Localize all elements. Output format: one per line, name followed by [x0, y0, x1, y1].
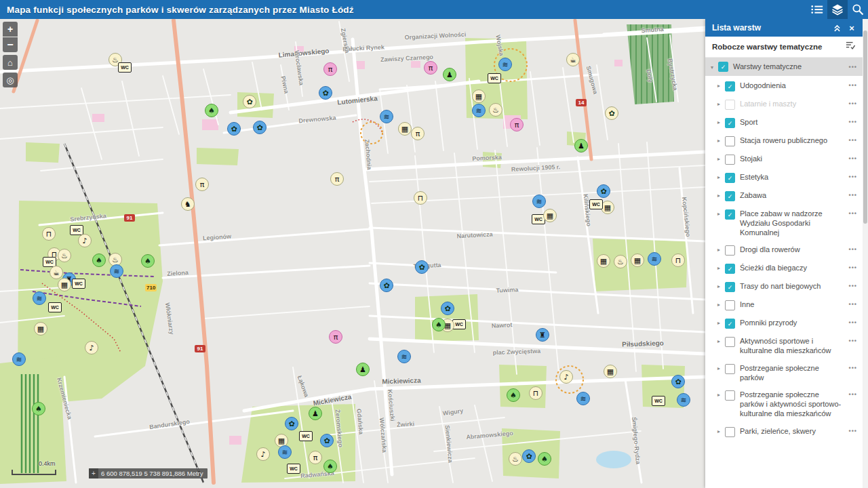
sport-marker[interactable]: ♟ [356, 363, 370, 376]
layer-checkbox[interactable] [725, 245, 735, 256]
playground-marker-pink[interactable]: π [424, 61, 437, 75]
music-marker[interactable]: ♪ [559, 370, 573, 384]
layer-menu-button[interactable]: ••• [849, 155, 857, 162]
layer-row[interactable]: ▸✓Udogodnienia••• [705, 77, 863, 96]
playground-marker[interactable]: π [330, 172, 344, 186]
grill-marker[interactable]: ♨ [58, 249, 71, 262]
playground-marker[interactable]: π [195, 178, 209, 191]
plant-marker[interactable]: ✿ [441, 302, 454, 315]
layer-menu-button[interactable]: ••• [849, 82, 857, 89]
sport-marker[interactable]: ♟ [574, 139, 588, 152]
expand-caret-icon[interactable]: ▸ [717, 265, 720, 271]
fountain-marker[interactable]: ≋ [498, 58, 512, 71]
layer-row[interactable]: ▸✓Trasy do nart biegowych••• [705, 278, 863, 296]
plant-marker[interactable]: ✿ [285, 417, 298, 430]
plant-marker[interactable]: ✿ [597, 184, 610, 198]
layer-menu-button[interactable]: ••• [849, 264, 857, 271]
bench-marker[interactable]: ⊓ [42, 227, 56, 241]
expand-caret-icon[interactable]: ▸ [717, 302, 720, 308]
layer-checkbox[interactable] [725, 364, 735, 374]
chessboard-marker[interactable]: ▦ [631, 253, 644, 267]
expand-caret-icon[interactable]: ▸ [717, 156, 720, 162]
expand-caret-icon[interactable]: ▸ [717, 101, 720, 107]
music-marker[interactable]: ♪ [78, 234, 92, 247]
chessboard-marker[interactable]: ▦ [34, 322, 47, 336]
layer-row[interactable]: ▸✓Zabawa••• [705, 187, 863, 205]
sport-marker[interactable]: ♟ [443, 68, 456, 81]
layer-row[interactable]: ▸Inne••• [705, 296, 863, 314]
layer-menu-button[interactable]: ••• [849, 192, 857, 199]
layer-row[interactable]: ▸Stacja roweru publicznego••• [705, 132, 863, 150]
layer-checkbox[interactable] [725, 155, 735, 165]
cafe-marker[interactable]: ☕ [566, 53, 580, 66]
fountain-marker[interactable]: ≋ [677, 393, 690, 407]
tree-marker[interactable]: ♠ [323, 460, 337, 473]
locate-button[interactable]: ◎ [3, 73, 18, 87]
layer-menu-button[interactable]: ••• [849, 301, 857, 308]
flowerbed-marker[interactable]: ✿ [243, 95, 256, 108]
tree-marker[interactable]: ♠ [432, 318, 446, 331]
layer-row[interactable]: ▸✓Estetyka••• [705, 169, 863, 187]
wc-marker[interactable]: WC [287, 464, 300, 474]
layer-menu-button[interactable]: ••• [849, 174, 857, 180]
wc-marker[interactable]: WC [118, 62, 132, 73]
chessboard-marker[interactable]: ▦ [604, 365, 617, 378]
playground-marker-pink[interactable]: π [323, 62, 337, 76]
fountain-marker[interactable]: ≋ [380, 110, 393, 123]
layer-menu-button[interactable]: ••• [849, 137, 857, 144]
expand-caret-icon[interactable]: ▸ [717, 174, 720, 180]
layer-checkbox[interactable] [725, 136, 735, 146]
layer-row-root[interactable]: ▾ ✓ Warstwy tematyczne ••• [705, 58, 863, 76]
scrollbar-thumb[interactable] [863, 30, 867, 224]
collapse-all-icon[interactable] [830, 21, 844, 35]
layer-row[interactable]: ▸Latarnie i maszty••• [705, 96, 863, 114]
wc-marker[interactable]: WC [299, 431, 313, 441]
grill-marker[interactable]: ♨ [614, 255, 627, 268]
playground-marker[interactable]: π [309, 451, 322, 464]
music-marker[interactable]: ♪ [256, 447, 270, 461]
coordinate-widget[interactable]: + 6 600 878,519 5 738 891,886 Metry [89, 468, 208, 479]
close-icon[interactable]: × [845, 21, 859, 35]
layer-row[interactable]: ▸Drogi dla rowerów••• [705, 241, 863, 260]
plant-marker[interactable]: ✿ [320, 434, 334, 447]
playground-marker-pink[interactable]: π [329, 330, 342, 344]
fountain-marker[interactable]: ≋ [33, 291, 46, 305]
tree-marker[interactable]: ♠ [32, 402, 45, 415]
layer-row[interactable]: ▸✓Place zabaw w nadzorze Wydziału Gospod… [705, 205, 863, 241]
fountain-marker[interactable]: ≋ [576, 392, 590, 405]
plant-marker[interactable]: ✿ [671, 375, 685, 388]
search-icon[interactable] [848, 0, 868, 19]
expand-caret-icon[interactable]: ▸ [717, 247, 720, 253]
pony-ride-marker[interactable]: ♞ [181, 197, 195, 211]
chessboard-marker[interactable]: ▦ [601, 201, 614, 214]
expand-caret-icon[interactable]: ▸ [717, 83, 720, 89]
layer-menu-button[interactable]: ••• [849, 119, 857, 125]
layer-row[interactable]: ▸✓Sport••• [705, 114, 863, 132]
wc-marker[interactable]: WC [72, 279, 85, 289]
flowerbed-marker[interactable]: ✿ [605, 106, 618, 120]
expand-caret-icon[interactable]: ▸ [717, 428, 720, 434]
expand-caret-icon[interactable]: ▾ [711, 64, 713, 70]
fountain-marker[interactable]: ≋ [397, 350, 411, 363]
layer-checkbox[interactable]: ✓ [718, 62, 728, 72]
tree-marker[interactable]: ♠ [92, 253, 106, 267]
fountain-marker[interactable]: ≋ [12, 352, 26, 366]
layer-menu-button[interactable]: ••• [849, 319, 857, 326]
plant-marker[interactable]: ✿ [319, 86, 332, 100]
music-marker[interactable]: ♪ [85, 341, 98, 354]
layer-menu-button[interactable]: ••• [849, 428, 857, 434]
bench-marker[interactable]: ⊓ [529, 386, 542, 400]
expand-caret-icon[interactable]: ▸ [717, 192, 720, 199]
zoom-out-button[interactable]: − [3, 37, 18, 52]
plant-marker[interactable]: ✿ [380, 279, 393, 292]
chessboard-marker[interactable]: ▦ [543, 209, 557, 222]
wc-marker[interactable]: WC [652, 396, 665, 406]
plant-marker[interactable]: ✿ [415, 260, 429, 274]
plant-marker[interactable]: ✿ [227, 122, 241, 136]
tree-marker[interactable]: ♠ [205, 104, 218, 117]
layer-menu-button[interactable]: ••• [849, 338, 857, 344]
expand-caret-icon[interactable]: ▸ [717, 138, 720, 144]
layer-row[interactable]: ▸Parki, zieleńce, skwery••• [705, 423, 863, 441]
home-button[interactable]: ⌂ [3, 55, 18, 70]
panel-scrollbar[interactable] [863, 19, 868, 488]
